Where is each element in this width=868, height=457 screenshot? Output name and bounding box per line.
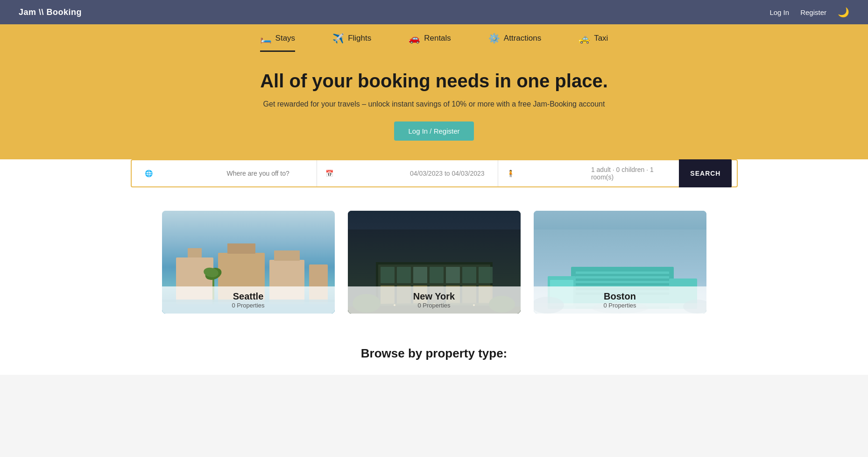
tab-rentals[interactable]: 🚗 Rentals	[409, 33, 451, 52]
dates-value[interactable]: 04/03/2023 to 04/03/2023	[410, 170, 489, 177]
destination-field[interactable]: 🌐	[136, 160, 318, 186]
hero-subtitle: Get rewarded for your travels – unlock i…	[9, 100, 859, 108]
tab-rentals-label: Rentals	[424, 34, 451, 43]
city-props-newyork: 0 Properties	[353, 302, 516, 309]
theme-toggle-icon[interactable]: 🌙	[838, 7, 849, 18]
city-card-boston[interactable]: Boston 0 Properties	[534, 211, 706, 314]
header: Jam \\ Booking Log In Register 🌙	[0, 0, 868, 24]
tab-stays-label: Stays	[275, 34, 296, 43]
tab-flights-label: Flights	[348, 34, 371, 43]
taxi-icon: 🚕	[579, 33, 590, 44]
tab-stays[interactable]: 🛏️ Stays	[260, 33, 296, 52]
hero-cta-button[interactable]: Log In / Register	[394, 121, 473, 141]
city-card-newyork[interactable]: New York 0 Properties	[348, 211, 521, 314]
svg-rect-16	[397, 267, 411, 283]
svg-rect-18	[430, 267, 444, 283]
browse-heading: Browse by property type:	[19, 346, 849, 361]
svg-rect-1	[188, 248, 202, 257]
tab-flights[interactable]: ✈️ Flights	[332, 33, 371, 52]
tab-attractions-label: Attractions	[504, 34, 541, 43]
tab-taxi-label: Taxi	[594, 34, 608, 43]
svg-rect-38	[576, 278, 669, 281]
globe-icon: 🌐	[145, 170, 222, 177]
city-card-seattle[interactable]: Seattle 0 Properties	[162, 211, 335, 314]
register-link[interactable]: Register	[800, 8, 826, 16]
calendar-icon: 📅	[325, 170, 405, 177]
city-overlay-newyork: New York 0 Properties	[348, 286, 521, 314]
city-props-seattle: 0 Properties	[167, 302, 330, 309]
attractions-icon: ⚙️	[488, 33, 500, 44]
cities-section: Seattle 0 Properties	[0, 201, 868, 332]
guests-value[interactable]: 1 adult · 0 children · 1 room(s)	[591, 166, 670, 181]
rentals-icon: 🚗	[409, 33, 420, 44]
person-icon: 🧍	[507, 170, 586, 177]
svg-rect-5	[274, 250, 300, 261]
svg-rect-21	[479, 267, 493, 283]
tab-attractions[interactable]: ⚙️ Attractions	[488, 33, 541, 52]
guests-field[interactable]: 🧍 1 adult · 0 children · 1 room(s)	[498, 160, 679, 186]
svg-rect-19	[446, 267, 460, 283]
login-link[interactable]: Log In	[769, 8, 789, 16]
svg-rect-15	[381, 267, 395, 283]
dates-field[interactable]: 📅 04/03/2023 to 04/03/2023	[317, 160, 498, 186]
city-name-newyork: New York	[353, 291, 516, 302]
city-name-seattle: Seattle	[167, 291, 330, 302]
svg-rect-17	[413, 267, 427, 283]
svg-rect-3	[227, 243, 255, 254]
city-props-boston: 0 Properties	[538, 302, 702, 309]
search-bar: 🌐 📅 04/03/2023 to 04/03/2023 🧍 1 adult ·…	[131, 159, 738, 187]
header-nav: Log In Register 🌙	[769, 7, 849, 18]
tab-taxi[interactable]: 🚕 Taxi	[579, 33, 608, 52]
flights-icon: ✈️	[332, 33, 344, 44]
svg-rect-37	[576, 274, 669, 276]
browse-section: Browse by property type:	[0, 332, 868, 375]
logo: Jam \\ Booking	[19, 7, 82, 17]
svg-rect-20	[462, 267, 476, 283]
search-input[interactable]	[226, 170, 308, 177]
search-section: 🌐 📅 04/03/2023 to 04/03/2023 🧍 1 adult ·…	[0, 159, 868, 201]
city-overlay-seattle: Seattle 0 Properties	[162, 286, 335, 314]
stays-icon: 🛏️	[260, 33, 272, 44]
nav-tabs: 🛏️ Stays ✈️ Flights 🚗 Rentals ⚙️ Attract…	[0, 24, 868, 52]
city-name-boston: Boston	[538, 291, 702, 302]
hero-title: All of your booking needs in one place.	[9, 71, 859, 92]
city-overlay-boston: Boston 0 Properties	[534, 286, 706, 314]
svg-rect-39	[576, 283, 669, 286]
search-button[interactable]: SEARCH	[679, 159, 732, 187]
